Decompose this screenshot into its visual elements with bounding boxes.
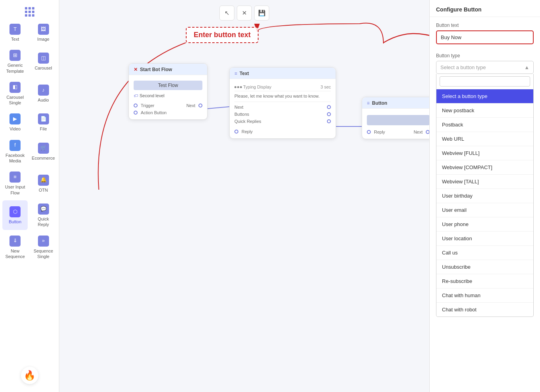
button-type-dropdown: Select a button type New postback Postba… — [436, 74, 534, 317]
flow-canvas: ↖ ✕ 💾 Enter button text ✕ — [59, 0, 429, 392]
button-text-label: Button text — [436, 23, 534, 28]
dropdown-item-webview-compact[interactable]: Webview [COMPACT] — [436, 160, 533, 174]
dropdown-item-unsubscribe[interactable]: Unsubscribe — [436, 260, 533, 274]
flame-button[interactable]: 🔥 — [21, 360, 38, 388]
save-button[interactable]: 💾 — [254, 6, 269, 21]
sidebar-item-user-input-flow[interactable]: ≡ User Input Flow — [2, 168, 28, 198]
carousel-single-icon: ◧ — [9, 82, 21, 93]
typing-display-row: Typing Display 3 sec — [234, 82, 331, 91]
carousel-icon: ◫ — [38, 53, 49, 64]
button-type-section: Button type Select a button type ▲ Selec… — [430, 47, 540, 77]
flame-icon: 🔥 — [21, 367, 38, 384]
dropdown-item-select-type[interactable]: Select a button type — [436, 89, 533, 103]
button-reply-row: Reply Next — [367, 128, 429, 136]
next-connector-row: Next — [234, 104, 331, 111]
sidebar-item-sequence-single[interactable]: » Sequence Single — [30, 232, 57, 262]
sidebar-item-otn[interactable]: 🔔 OTN — [30, 168, 57, 198]
reset-view-button[interactable]: ↖ — [219, 6, 234, 21]
test-flow-label: Test Flow — [134, 81, 202, 90]
btn-next-dot — [426, 130, 429, 134]
dropdown-item-webview-full[interactable]: Webview [FULL] — [436, 146, 533, 160]
user-input-icon: ≡ — [9, 172, 21, 183]
button-text-input[interactable] — [436, 30, 534, 44]
button-type-select-container: Select a button type ▲ Select a button t… — [436, 61, 534, 74]
dropdown-item-postback[interactable]: Postback — [436, 118, 533, 132]
image-icon: 🖼 — [38, 24, 49, 35]
otn-icon: 🔔 — [38, 175, 49, 186]
sidebar-item-quick-reply[interactable]: 💬 Quick Reply — [30, 200, 57, 230]
sidebar-item-image[interactable]: 🖼 Image — [30, 21, 57, 44]
button-node-header: ≡ Button — [362, 97, 429, 109]
svg-line-0 — [208, 107, 229, 109]
button-node-icon: ≡ — [367, 100, 370, 106]
new-sequence-icon: ⇓ — [9, 236, 21, 247]
text-node-connectors: Next Buttons Quick Replies — [234, 102, 331, 126]
sidebar-item-file[interactable]: 📄 File — [30, 110, 57, 134]
sequence-single-icon: » — [38, 236, 49, 247]
dropdown-item-webview-tall[interactable]: Webview [TALL] — [436, 175, 533, 188]
button-type-select[interactable]: Select a button type ▲ — [436, 61, 534, 74]
start-node-icon: ✕ — [134, 67, 138, 72]
quick-replies-connector-row: Quick Replies — [234, 118, 331, 125]
dropdown-item-chat-robot[interactable]: Chat with robot — [436, 303, 533, 317]
typing-dots — [234, 86, 242, 88]
dropdown-search — [436, 74, 533, 89]
file-icon: 📄 — [38, 113, 49, 124]
text-node-body: Typing Display 3 sec Please, let me know… — [230, 79, 336, 138]
audio-icon: ♪ — [38, 85, 49, 96]
chevron-up-icon: ▲ — [524, 64, 529, 70]
canvas-toolbar: ↖ ✕ 💾 — [219, 6, 269, 21]
sidebar-item-text[interactable]: T Text — [2, 21, 28, 44]
text-next-dot — [327, 105, 331, 109]
sidebar-item-button[interactable]: ⬡ Button — [2, 200, 28, 230]
start-bot-flow-node[interactable]: ✕ Start Bot Flow Test Flow 🏷 Second leve… — [128, 63, 208, 120]
dropdown-item-call-us[interactable]: Call us — [436, 246, 533, 260]
sidebar-item-ecommerce[interactable]: 🛒 Ecommerce — [30, 137, 57, 166]
sidebar-item-video[interactable]: ▶ Video — [2, 110, 28, 134]
text-node[interactable]: ≡ Text Typing Display 3 sec Please, let … — [229, 67, 336, 139]
sidebar-item-generic-template[interactable]: ⊞ Generic Template — [2, 47, 28, 76]
buttons-connector-row: Buttons — [234, 111, 331, 118]
node-message-text: Please, let me know what you want to kno… — [234, 91, 331, 102]
text-icon: T — [9, 24, 21, 35]
dropdown-item-new-postback[interactable]: New postback — [436, 104, 533, 117]
quick-reply-icon: 💬 — [38, 204, 49, 215]
dropdown-search-input[interactable] — [440, 76, 530, 87]
dropdown-item-chat-human[interactable]: Chat with human — [436, 288, 533, 302]
next-dot — [198, 104, 202, 107]
button-preview — [367, 115, 429, 125]
sidebar-item-audio[interactable]: ♪ Audio — [30, 79, 57, 108]
sidebar-item-carousel-single[interactable]: ◧ Carousel Single — [2, 79, 28, 108]
action-row: Action Button — [134, 109, 202, 116]
text-node-icon: ≡ — [234, 71, 237, 76]
button-text-section: Button text — [430, 17, 540, 47]
dropdown-item-user-phone[interactable]: User phone — [436, 217, 533, 231]
trigger-dot — [134, 104, 138, 107]
fit-view-button[interactable]: ✕ — [237, 6, 252, 21]
dropdown-item-user-birthday[interactable]: User birthday — [436, 189, 533, 203]
button-node[interactable]: ≡ Button Reply Next — [362, 97, 429, 139]
video-icon: ▶ — [9, 113, 21, 124]
annotation-enter-button-text: Enter button text — [186, 27, 259, 43]
sidebar: T Text 🖼 Image ⊞ Generic Template ◫ Caro… — [0, 0, 59, 392]
ecommerce-icon: 🛒 — [38, 143, 49, 154]
btn-reply-dot — [367, 130, 371, 134]
sidebar-item-new-sequence[interactable]: ⇓ New Sequence — [2, 232, 28, 262]
flow-connectors — [59, 0, 429, 392]
panel-title: Configure Button — [430, 0, 540, 17]
sidebar-items-grid: T Text 🖼 Image ⊞ Generic Template ◫ Caro… — [0, 18, 59, 264]
start-node-body: Test Flow 🏷 Second level Trigger Next — [129, 75, 207, 119]
sidebar-item-facebook-media[interactable]: f Facebook Media — [2, 137, 28, 166]
reply-dot — [234, 130, 238, 134]
sidebar-grid-icon — [25, 4, 34, 18]
sidebar-item-carousel[interactable]: ◫ Carousel — [30, 47, 57, 76]
dropdown-item-web-url[interactable]: Web URL — [436, 132, 533, 146]
start-node-header: ✕ Start Bot Flow — [129, 64, 207, 75]
dropdown-item-user-location[interactable]: User location — [436, 232, 533, 245]
dropdown-item-user-email[interactable]: User email — [436, 203, 533, 217]
quick-replies-dot — [327, 119, 331, 123]
action-dot — [134, 111, 138, 115]
dropdown-item-resubscribe[interactable]: Re-subscribe — [436, 274, 533, 288]
generic-template-icon: ⊞ — [9, 50, 21, 61]
configure-button-panel: Configure Button Button text Button type… — [429, 0, 540, 392]
